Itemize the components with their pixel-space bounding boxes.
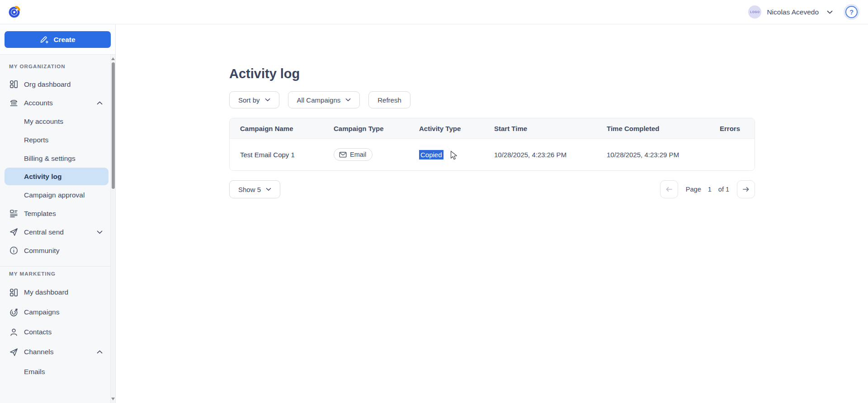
send-icon <box>9 227 19 237</box>
create-button-label: Create <box>53 36 75 44</box>
sidebar-scrollbar[interactable] <box>110 55 115 403</box>
activity-type-selected-text: Copied <box>419 150 443 159</box>
sidebar-item-label: My accounts <box>24 117 63 126</box>
sidebar-item-label: Org dashboard <box>24 80 71 89</box>
help-button[interactable]: ? <box>845 6 858 18</box>
chevron-up-icon[interactable] <box>97 101 103 105</box>
avatar[interactable]: LOGO <box>748 5 761 19</box>
sidebar-item-billing-settings[interactable]: Billing & settings <box>0 149 115 168</box>
person-icon <box>9 328 19 337</box>
column-header-campaign-name: Campaign Name <box>230 125 334 132</box>
sidebar-nav: MY ORGANIZATION Org dashboard <box>0 55 115 382</box>
column-header-errors: Errors <box>720 125 755 132</box>
sidebar-item-label: Channels <box>24 348 54 356</box>
create-button-area: Create <box>0 24 115 55</box>
email-type-label: Email <box>350 151 366 158</box>
page-title: Activity log <box>229 66 755 81</box>
envelope-icon <box>339 151 347 158</box>
sidebar-item-label: Central send <box>24 228 64 236</box>
campaigns-filter-label: All Campaigns <box>297 96 341 104</box>
arrow-left-icon <box>665 186 673 192</box>
pagination: Page 1 of 1 <box>660 180 755 198</box>
sidebar-item-label: Campaign approval <box>24 191 85 199</box>
constant-contact-logo[interactable] <box>7 4 22 20</box>
sidebar-item-label: Community <box>24 247 59 255</box>
refresh-label: Refresh <box>377 96 401 104</box>
column-header-time-completed: Time Completed <box>607 125 720 132</box>
column-header-campaign-type: Campaign Type <box>334 125 419 132</box>
page-label: Page <box>686 186 701 193</box>
sidebar-item-channels[interactable]: Channels <box>0 342 115 362</box>
sidebar-divider <box>0 266 115 267</box>
sidebar-item-campaigns[interactable]: Campaigns <box>0 302 115 322</box>
cell-activity-type: Copied <box>419 151 494 159</box>
arrow-right-icon <box>742 186 750 192</box>
refresh-button[interactable]: Refresh <box>368 91 410 108</box>
target-icon <box>9 308 19 317</box>
sidebar-item-reports[interactable]: Reports <box>0 131 115 149</box>
sidebar-item-central-send[interactable]: Central send <box>0 223 115 241</box>
scroll-down-arrow-icon[interactable] <box>111 398 115 400</box>
chevron-down-icon[interactable] <box>97 230 103 234</box>
templates-icon <box>9 209 19 218</box>
sidebar-item-label: Reports <box>24 136 48 144</box>
filter-bar: Sort by All Campaigns Refresh <box>229 91 755 108</box>
table-header-row: Campaign Name Campaign Type Activity Typ… <box>230 118 755 139</box>
sidebar-item-label: Accounts <box>24 99 53 107</box>
sidebar-item-label: Emails <box>24 368 45 376</box>
create-button[interactable]: Create <box>5 31 111 48</box>
sidebar-item-templates[interactable]: Templates <box>0 204 115 223</box>
sort-by-dropdown[interactable]: Sort by <box>229 91 279 108</box>
sidebar: Create MY ORGANIZATION Org dashboard <box>0 24 116 403</box>
dashboard-icon <box>9 80 19 89</box>
page-number[interactable]: 1 <box>708 186 712 193</box>
scrollbar-thumb[interactable] <box>112 62 115 189</box>
column-header-start-time: Start Time <box>494 125 607 132</box>
cell-time-completed: 10/28/2025, 4:23:29 PM <box>607 151 720 159</box>
sidebar-item-my-dashboard[interactable]: My dashboard <box>0 282 115 302</box>
chevron-down-icon <box>345 98 351 102</box>
chevron-down-icon[interactable] <box>827 10 833 14</box>
sidebar-item-label: My dashboard <box>24 288 68 296</box>
scroll-up-arrow-icon[interactable] <box>111 57 115 60</box>
dashboard-icon <box>9 288 19 297</box>
sidebar-item-emails[interactable]: Emails <box>0 362 115 382</box>
page-total-label: of 1 <box>718 186 729 193</box>
main-content: Activity log Sort by All Campaigns Refre… <box>116 24 868 403</box>
chevron-up-icon[interactable] <box>97 350 103 354</box>
bank-icon <box>9 98 19 108</box>
sidebar-item-contacts[interactable]: Contacts <box>0 322 115 342</box>
previous-page-button[interactable] <box>660 180 678 198</box>
section-label-my-organization: MY ORGANIZATION <box>9 64 115 69</box>
campaigns-filter-dropdown[interactable]: All Campaigns <box>288 91 360 108</box>
top-bar: LOGO Nicolas Acevedo ? <box>0 0 868 24</box>
table-footer: Show 5 Page 1 <box>229 180 755 198</box>
sidebar-item-campaign-approval[interactable]: Campaign approval <box>0 186 115 204</box>
sidebar-item-activity-log[interactable]: Activity log <box>5 168 108 185</box>
chevron-down-icon <box>266 187 271 191</box>
sidebar-item-org-dashboard[interactable]: Org dashboard <box>0 75 115 94</box>
cell-campaign-type: Email <box>334 148 419 161</box>
show-count-dropdown[interactable]: Show 5 <box>229 180 280 198</box>
user-name[interactable]: Nicolas Acevedo <box>767 8 819 16</box>
chevron-down-icon <box>265 98 270 102</box>
activity-log-table: Campaign Name Campaign Type Activity Typ… <box>229 118 755 171</box>
sidebar-item-my-accounts[interactable]: My accounts <box>0 112 115 131</box>
sidebar-item-community[interactable]: Community <box>0 241 115 260</box>
sidebar-item-accounts[interactable]: Accounts <box>0 94 115 112</box>
send-icon <box>9 347 19 357</box>
sidebar-item-label: Billing & settings <box>24 155 75 163</box>
show-count-label: Show 5 <box>238 186 261 193</box>
next-page-button[interactable] <box>737 180 755 198</box>
sidebar-item-label: Activity log <box>24 173 62 181</box>
email-type-badge: Email <box>334 148 373 161</box>
column-header-activity-type: Activity Type <box>419 125 494 132</box>
pencil-plus-icon <box>40 35 49 44</box>
section-label-my-marketing: MY MARKETING <box>9 271 115 276</box>
sort-by-label: Sort by <box>238 96 260 104</box>
sidebar-item-label: Contacts <box>24 328 52 336</box>
sidebar-item-label: Templates <box>24 210 56 218</box>
cell-start-time: 10/28/2025, 4:23:26 PM <box>494 151 607 159</box>
table-row[interactable]: Test Email Copy 1 Email <box>230 139 755 170</box>
sidebar-item-label: Campaigns <box>24 308 59 316</box>
